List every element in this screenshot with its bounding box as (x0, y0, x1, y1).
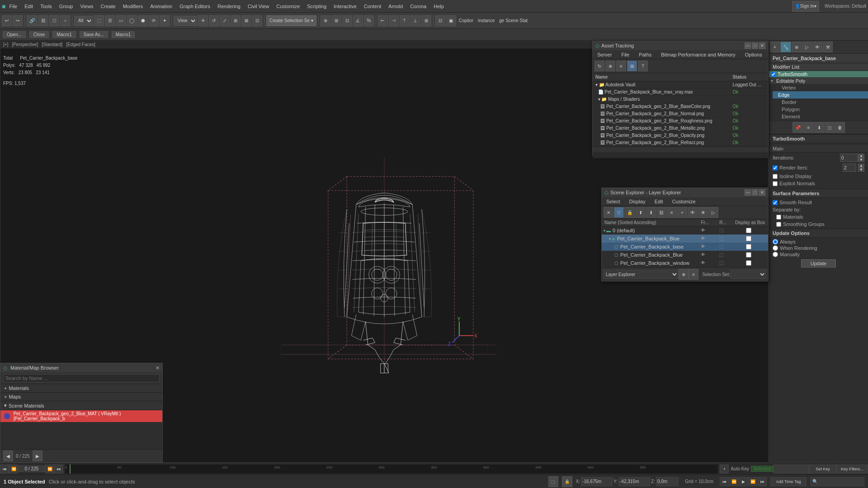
circle-select-button[interactable]: ◯ (127, 15, 137, 26)
sub-vertex[interactable]: Vertex (773, 84, 868, 91)
play-back-btn[interactable]: ⏮ (720, 477, 729, 486)
menu-animation[interactable]: Animation (146, 3, 176, 10)
coord-y-input[interactable] (618, 477, 650, 486)
asset-close-btn[interactable]: ✕ (759, 42, 765, 49)
scene-restore-btn[interactable]: □ (752, 189, 758, 196)
hierarchy-panel-btn[interactable]: ⊕ (792, 42, 802, 52)
mat-next-btn[interactable]: ▶ (33, 450, 42, 461)
always-radio[interactable] (773, 239, 778, 244)
scene-col-fr[interactable]: Fr... (696, 219, 714, 226)
asset-tab-bitmap[interactable]: Bitmap Performance and Memory (656, 51, 740, 59)
signin-button[interactable]: 👤 Sign In ▾ (792, 1, 819, 12)
scene-col-r[interactable]: R... (714, 219, 732, 226)
coord-x-input[interactable] (581, 477, 613, 486)
menu-interactive[interactable]: Interactive (330, 3, 360, 10)
scale-nonuniform-button[interactable]: ⊠ (241, 15, 251, 26)
scene-item-backpack-blue[interactable]: ▾ ◈ Pet_Carrier_Backpack_Blue 👁 ⬚ (602, 235, 768, 243)
menu-edit[interactable]: Edit (21, 3, 37, 10)
scene-item-backpack-blue-child[interactable]: ⬡ Pet_Carrier_Backpack_Blue 👁 ⬚ (602, 251, 768, 259)
selection-set-dropdown[interactable] (730, 270, 766, 279)
status-search-input[interactable] (810, 477, 864, 486)
table-row[interactable]: ▾ 📁 Autodesk Vault Logged Out ... (593, 81, 768, 89)
vp-plus[interactable]: [+] (3, 42, 8, 47)
render-iter-down[interactable]: ▼ (858, 168, 864, 172)
vp-standard[interactable]: [Standard] (42, 42, 62, 47)
scene-col-box[interactable]: Display as Box (732, 219, 768, 226)
timeline-start-btn[interactable]: ⏮ (0, 465, 9, 474)
key-filters-btn[interactable]: Key Filters... (836, 465, 868, 474)
backpack-blue-box[interactable] (746, 236, 751, 241)
place-hilight-button[interactable]: ⊞ (421, 15, 431, 26)
scene-item-backpack-base[interactable]: ⬡ Pet_Carrier_Backpack_base 👁 ⬚ (602, 243, 768, 251)
asset-restore-btn[interactable]: □ (752, 42, 758, 49)
menu-scripting[interactable]: Scripting (303, 3, 330, 10)
toggle-scene-button[interactable]: ⊡ (435, 15, 445, 26)
asset-minimize-btn[interactable]: — (745, 42, 751, 49)
render-iter-up[interactable]: ▲ (858, 164, 864, 168)
scene-render-btn[interactable]: ▷ (708, 207, 718, 218)
scene-tab-select[interactable]: Select (602, 197, 625, 206)
when-rendering-radio[interactable] (773, 245, 778, 251)
iter-up-btn[interactable]: ▲ (858, 154, 864, 158)
turbosmooth-item[interactable]: TurboSmooth (769, 71, 868, 78)
table-row[interactable]: 📄 Pet_Carrier_Backpack_Blue_max_vray.max… (593, 89, 768, 96)
close-button[interactable]: Close (29, 31, 49, 38)
menu-create[interactable]: Create (97, 3, 119, 10)
scene-add-btn[interactable]: + (677, 207, 687, 218)
menu-help[interactable]: Help (430, 3, 448, 10)
step-back-btn[interactable]: ⏪ (729, 477, 738, 486)
unlink-button[interactable]: ⛓ (38, 15, 48, 26)
move-button[interactable]: ✛ (198, 15, 208, 26)
asset-refresh-btn[interactable]: ↻ (594, 61, 604, 71)
menu-graph-editors[interactable]: Graph Editors (176, 3, 214, 10)
sub-edge[interactable]: Edge (773, 91, 868, 99)
view-dropdown[interactable]: View (174, 16, 197, 26)
isoline-check[interactable] (773, 174, 778, 179)
undo-button[interactable]: ↩ (2, 15, 12, 26)
iterations-input[interactable] (840, 154, 858, 162)
smooth-result-check[interactable] (773, 200, 778, 205)
rotate-button[interactable]: ↺ (209, 15, 219, 26)
select-by-name-button[interactable]: ☰ (105, 15, 115, 26)
align-button[interactable]: ⊣ (389, 15, 399, 26)
toggle-render-button[interactable]: ▣ (446, 15, 456, 26)
timeline-prev-btn[interactable]: ⏪ (9, 465, 18, 474)
display-panel-btn[interactable]: 👁 (812, 42, 822, 52)
mod-collapse-btn[interactable]: ⬇ (814, 122, 824, 133)
scale-button[interactable]: ⤢ (220, 15, 230, 26)
menu-rendering[interactable]: Rendering (214, 3, 244, 10)
select-filter-dropdown[interactable]: All (74, 16, 93, 26)
scene-item-default-layer[interactable]: ▾ ▬ 0 (default) 👁 ⬚ (602, 226, 768, 235)
create-selection-button[interactable]: Create Selection Se ▾ (266, 15, 316, 26)
scene-track-btn[interactable]: ≡ (689, 269, 698, 280)
hierarch-align-button[interactable]: ⊤ (400, 15, 410, 26)
material-category-scene[interactable]: ▾ Scene Materials (0, 401, 162, 410)
fence-select-button[interactable]: ⬟ (138, 15, 148, 26)
redo-button[interactable]: ↪ (13, 15, 23, 26)
unbind-button[interactable]: ○ (60, 15, 70, 26)
vp-edged[interactable]: [Edged Faces] (66, 42, 95, 47)
manually-radio[interactable] (773, 252, 778, 257)
asset-panel-header[interactable]: ◇ Asset Tracking — □ ✕ (593, 41, 768, 51)
timeline-end-btn[interactable]: ⏭ (54, 465, 63, 474)
vp-perspective[interactable]: [Perspective] (12, 42, 38, 47)
table-row[interactable]: 🖼 Pet_Carrier_Backpack_geo_2_Blue_Roughn… (593, 117, 768, 125)
add-time-tag-btn[interactable]: Add Time Tag (770, 477, 807, 486)
layer-default-box[interactable] (746, 228, 751, 233)
scene-tab-display[interactable]: Display (625, 197, 650, 206)
asset-tab-paths[interactable]: Paths (634, 51, 656, 59)
table-row[interactable]: ▾ 📁 Maps / Shaders (593, 96, 768, 103)
table-row[interactable]: 🖼 Pet_Carrier_Backpack_geo_2_Blue_Metall… (593, 125, 768, 132)
snap-angle-button[interactable]: ∠ (353, 15, 363, 26)
timeline-frame-input[interactable] (773, 465, 809, 474)
iterations-spinner[interactable]: ▲ ▼ (840, 154, 864, 162)
select-object-button[interactable]: ⬚ (94, 15, 104, 26)
save-as-button[interactable]: Save As... (80, 31, 108, 38)
step-fwd-btn[interactable]: ⏩ (748, 477, 757, 486)
asset-table-btn[interactable]: ⊞ (627, 61, 637, 71)
link-button[interactable]: 🔗 (27, 15, 38, 26)
menu-civil-view[interactable]: Civil View (244, 3, 273, 10)
backpack-base-box[interactable] (746, 244, 751, 249)
rect-select-button[interactable]: ▭ (116, 15, 126, 26)
status-snap-btn[interactable]: 🔒 (562, 476, 572, 487)
